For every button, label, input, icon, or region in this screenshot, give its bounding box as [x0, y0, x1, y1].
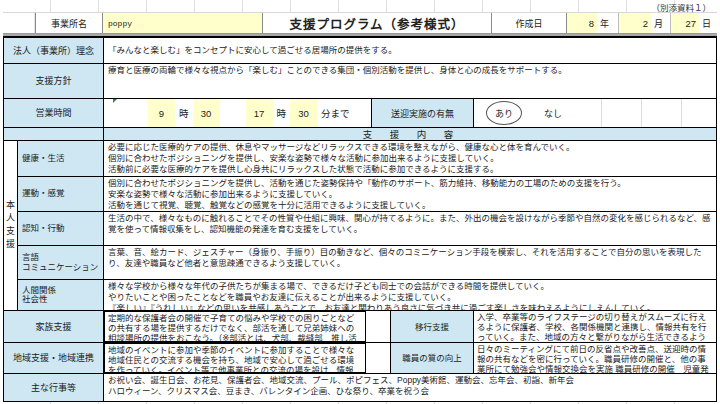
sheet-grid-top: （別添資料１）: [3, 0, 717, 13]
relationships-social-text: 様々な学校から様々な年代の子供たちが集まる場で、できるだけ子ども同士での会話がで…: [104, 280, 716, 310]
policy-row: 支援方針 療育と医療の両輪で様々な視点から「楽しむ」ことのできる集団・個別活動を…: [4, 64, 716, 99]
cognition-behavior-text: 生活の中で、様々なものに触れることでその性質や仕組に興味、関心が持てるように。ま…: [104, 212, 716, 245]
section-header-row: 支 援 内 容: [4, 128, 716, 141]
month-unit: 月: [651, 13, 671, 33]
philosophy-text: 「みんなと楽しむ」をコンセプトに安心して過ごせる居場所の提供をする。: [104, 38, 716, 63]
day-unit: 日: [699, 13, 717, 33]
page-title: 支援プログラム（参考様式）: [263, 13, 491, 33]
office-name-label: 事業所名: [35, 13, 103, 33]
attachment-note: （別添資料１）: [651, 1, 711, 13]
pickup-option-no[interactable]: なし: [544, 107, 562, 120]
motor-sense-text: 個別に合わせたポジショニングを提供し、活動を通じた姿勢保持や「動作のサポート、筋…: [104, 177, 716, 211]
section-title: 支 援 内 容: [104, 128, 716, 140]
pickup-label: 送迎実施の有無: [372, 99, 474, 127]
form-header: 事業所名 poppy 支援プログラム（参考様式） 作成日 8 年 2 月 27 …: [3, 13, 717, 34]
cell-marker-icon: [113, 99, 117, 103]
personal-support-block: 本人支援 健康・生活 必要に応じた医療的ケアの提供、休息やマッサージなどリラック…: [4, 141, 716, 311]
relationships-social-row: 人間関係 社会性 様々な学校から様々な年代の子供たちが集まる場で、できるだけ子ど…: [18, 280, 716, 310]
philosophy-label: 法人（事業所）理念: [4, 38, 104, 63]
events-label: 主な行事等: [4, 374, 104, 401]
motor-sense-label: 運動・感覚: [18, 177, 104, 211]
personal-support-group-label: 本人支援: [4, 141, 18, 310]
month-field[interactable]: 2: [619, 13, 651, 33]
close-hour-field[interactable]: 17: [246, 99, 273, 127]
community-support-label: 地域支援・地域連携: [4, 343, 104, 373]
health-life-label: 健康・生活: [18, 141, 104, 176]
language-communication-label: 言語 コミュニケーション: [18, 246, 104, 279]
hours-times: 9 時 30 17 時 30 分まで: [104, 99, 372, 127]
year-field[interactable]: 8: [567, 13, 597, 33]
day-field[interactable]: 27: [671, 13, 699, 33]
cognition-behavior-row: 認知・行動 生活の中で、様々なものに触れることでその性質や仕組に興味、関心が持て…: [18, 212, 716, 246]
health-life-text: 必要に応じた医療的ケアの提供、休息やマッサージなどリラックスできる環境を整えなが…: [104, 141, 716, 176]
header-spacer: [3, 13, 35, 33]
transition-support-label: 移行支援: [391, 311, 474, 342]
hours-row: 営業時間 9 時 30 17 時 30 分まで 送迎実施の有無 あり なし: [4, 99, 716, 128]
pickup-options: あり なし: [474, 99, 716, 127]
family-support-row: 家族支援 定期的な保護者会の開催で子育ての悩みや学校での困りごとなどの共有する場…: [4, 311, 716, 343]
year-unit: 年: [597, 13, 619, 33]
events-row: 主な行事等 お祝い会、誕生日会、お花見、保護者会、地域交流、プール、ポピフェス、…: [4, 374, 716, 401]
philosophy-row: 法人（事業所）理念 「みんなと楽しむ」をコンセプトに安心して過ごせる居場所の提供…: [4, 38, 716, 64]
family-support-cell: 定期的な保護者会の開催で子育ての悩みや学校での困りごとなどの共有する場を提供する…: [104, 311, 391, 342]
open-hour-unit: 時: [175, 106, 193, 120]
office-name-field[interactable]: poppy: [103, 13, 263, 33]
hours-label: 営業時間: [4, 99, 104, 127]
policy-text: 療育と医療の両輪で様々な視点から「楽しむ」ことのできる集団・個別活動を提供し、身…: [104, 64, 716, 98]
close-suffix: 分まで: [317, 106, 354, 120]
close-minute-field[interactable]: 30: [290, 99, 317, 127]
open-minute-field[interactable]: 30: [193, 99, 220, 127]
community-support-text: 地域のイベントに参加や季節のイベントに参加することで様々な地域住民との交流する機…: [104, 343, 366, 373]
events-text: お祝い会、誕生日会、お花見、保護者会、地域交流、プール、ポピフェス、Poppy美…: [104, 374, 716, 401]
created-date-label: 作成日: [491, 13, 567, 33]
program-table: 法人（事業所）理念 「みんなと楽しむ」をコンセプトに安心して過ごせる居場所の提供…: [3, 36, 717, 402]
family-support-label: 家族支援: [4, 311, 104, 342]
community-support-cell: 地域のイベントに参加や季節のイベントに参加することで様々な地域住民との交流する機…: [104, 343, 391, 373]
pickup-option-yes[interactable]: あり: [486, 101, 522, 125]
motor-sense-row: 運動・感覚 個別に合わせたポジショニングを提供し、活動を通じた姿勢保持や「動作の…: [18, 177, 716, 212]
family-support-text: 定期的な保護者会の開催で子育ての悩みや学校での困りごとなどの共有する場を提供する…: [104, 311, 366, 342]
community-support-row: 地域支援・地域連携 地域のイベントに参加や季節のイベントに参加することで様々な地…: [4, 343, 716, 374]
cognition-behavior-label: 認知・行動: [18, 212, 104, 245]
personal-support-rows: 健康・生活 必要に応じた医療的ケアの提供、休息やマッサージなどリラックスできる環…: [18, 141, 716, 310]
staff-quality-label: 職員の質の向上: [391, 343, 474, 373]
open-hour-field[interactable]: 9: [148, 99, 175, 127]
grid-filler: [562, 99, 716, 127]
close-hour-unit: 時: [273, 106, 291, 120]
language-communication-row: 言語 コミュニケーション 言葉、音、絵カード、ジェスチャー（身振り、手振り）目の…: [18, 246, 716, 280]
staff-quality-text: 日々のミーティングにて前日の反省点や改善点、送迎時の情報の共有などを密に行ってい…: [474, 343, 716, 373]
health-life-row: 健康・生活 必要に応じた医療的ケアの提供、休息やマッサージなどリラックスできる環…: [18, 141, 716, 177]
transition-support-text: 入学、卒業等のライフステージの切り替えがスムーズに行えるように保護者、学校、各関…: [474, 311, 716, 342]
relationships-social-label: 人間関係 社会性: [18, 280, 104, 310]
section-header-pad: [4, 128, 104, 140]
policy-label: 支援方針: [4, 64, 104, 98]
support-program-sheet: （別添資料１） 事業所名 poppy 支援プログラム（参考様式） 作成日 8 年…: [0, 0, 720, 404]
language-communication-text: 言葉、音、絵カード、ジェスチャー（身振り、手振り）目の動きなど、個々のコミニケー…: [104, 246, 716, 279]
